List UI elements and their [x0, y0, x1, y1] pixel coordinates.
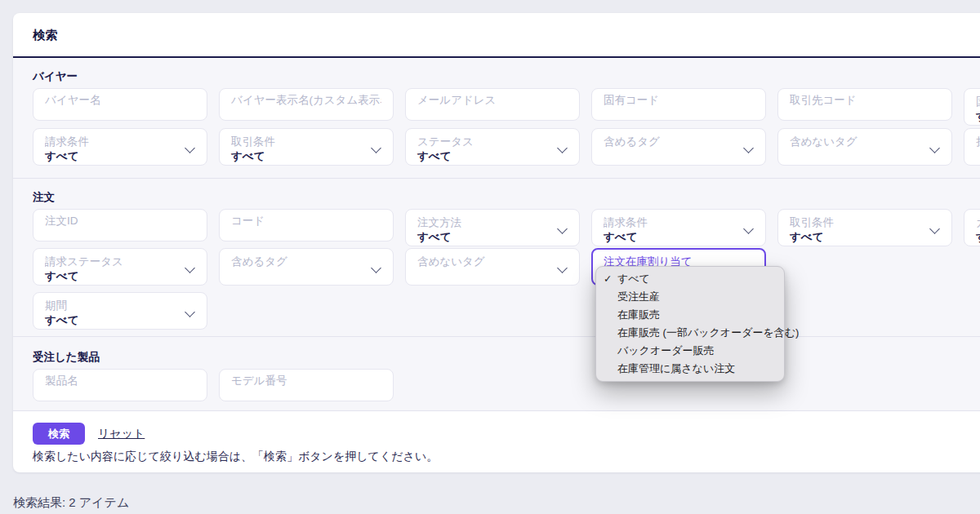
- dropdown-option-label: 在庫販売: [617, 308, 660, 321]
- field-label: ステータス: [417, 135, 568, 148]
- field-label: 請求条件: [45, 135, 195, 148]
- dropdown-option-label: すべて: [617, 273, 650, 285]
- search-button[interactable]: 検索: [33, 423, 85, 445]
- field-value: すべて: [976, 230, 980, 245]
- unique-code-input[interactable]: [591, 88, 766, 121]
- field-value: すべて: [976, 109, 980, 124]
- order-id-input[interactable]: [33, 209, 207, 241]
- stock-allocation-dropdown: ✓ すべて 受注生産 在庫販売 在庫販売 (一部バックオーダーを含む) バックオ…: [595, 266, 785, 382]
- section-divider: [13, 410, 980, 411]
- status-select[interactable]: ステータス すべて: [405, 128, 580, 166]
- search-help-text: 検索したい内容に応じて絞り込む場合は、「検索」ボタンを押してください。: [33, 450, 438, 464]
- product-name-input[interactable]: [33, 369, 207, 401]
- field-label: 含めるタグ: [604, 135, 754, 148]
- field-label: 請求条件: [604, 215, 754, 229]
- field-value: すべて: [417, 230, 568, 245]
- buyer-name-input[interactable]: [33, 88, 207, 121]
- dropdown-option-made-to-order[interactable]: 受注生産: [596, 288, 784, 306]
- products-section-heading: 受注した製品: [33, 350, 100, 365]
- field-label: 取引条件: [231, 135, 381, 148]
- field-label: 含めないタグ: [417, 255, 568, 268]
- client-code-input[interactable]: [777, 88, 952, 121]
- field-value: すべて: [45, 149, 195, 164]
- exclude-tags-select[interactable]: 含めないタグ: [777, 128, 952, 166]
- country-select[interactable]: 国 すべて: [964, 88, 980, 126]
- period-select[interactable]: 期間 すべて: [33, 292, 207, 330]
- buyer-row-2: 請求条件 すべて 取引条件 すべて ステータス すべて 含めるタグ 含めないタグ…: [33, 128, 980, 166]
- order-extra-select[interactable]: カ すべて: [964, 209, 980, 246]
- buyer-section-heading: バイヤー: [33, 69, 78, 84]
- order-include-tags-select[interactable]: 含めるタグ: [219, 248, 394, 286]
- panel-title: 検索: [33, 13, 58, 56]
- field-label: 取引条件: [790, 215, 940, 229]
- field-value: すべて: [417, 149, 568, 164]
- results-summary: 検索結果: 2 アイテム: [13, 495, 129, 511]
- buyer-row-1: 国 すべて: [33, 88, 980, 126]
- field-label: 担: [976, 135, 980, 148]
- field-label: カ: [976, 215, 980, 229]
- products-row: [33, 369, 394, 401]
- order-row-3: 期間 すべて: [33, 292, 207, 330]
- dropdown-option-stock-sale[interactable]: 在庫販売: [596, 306, 784, 324]
- order-trade-terms-select[interactable]: 取引条件 すべて: [777, 209, 952, 246]
- check-icon: ✓: [604, 270, 612, 288]
- buyer-display-name-input[interactable]: [219, 88, 394, 121]
- dropdown-option-label: バックオーダー販売: [617, 344, 715, 357]
- field-label: 含めるタグ: [231, 255, 381, 268]
- field-label: 注文方法: [417, 215, 568, 229]
- field-value: すべて: [45, 313, 195, 328]
- order-code-input[interactable]: [219, 209, 394, 241]
- field-value: すべて: [790, 230, 940, 245]
- field-label: 含めないタグ: [790, 135, 940, 148]
- trade-terms-select[interactable]: 取引条件 すべて: [219, 128, 394, 166]
- billing-status-select[interactable]: 請求ステータス すべて: [33, 248, 207, 286]
- dropdown-option-label: 受注生産: [617, 290, 660, 303]
- model-number-input[interactable]: [219, 369, 394, 401]
- billing-terms-select[interactable]: 請求条件 すべて: [33, 128, 207, 166]
- dropdown-option-label: 在庫管理に属さない注文: [617, 362, 735, 374]
- include-tags-select[interactable]: 含めるタグ: [591, 128, 766, 166]
- field-value: すべて: [604, 230, 754, 245]
- order-exclude-tags-select[interactable]: 含めないタグ: [405, 248, 580, 286]
- section-divider: [13, 336, 980, 337]
- section-divider: [13, 178, 980, 179]
- dropdown-option-backorder-sale[interactable]: バックオーダー販売: [596, 342, 784, 360]
- order-billing-terms-select[interactable]: 請求条件 すべて: [591, 209, 766, 246]
- field-value: すべて: [231, 149, 381, 164]
- order-row-1: 注文方法 すべて 請求条件 すべて 取引条件 すべて カ すべて: [33, 209, 980, 246]
- reset-link[interactable]: リセット: [98, 423, 145, 445]
- dropdown-option-non-inventory-order[interactable]: 在庫管理に属さない注文: [596, 360, 784, 378]
- field-label: 期間: [45, 299, 195, 312]
- field-label: 国: [976, 95, 980, 109]
- field-label: 請求ステータス: [45, 255, 195, 268]
- dropdown-option-stock-sale-partial-backorder[interactable]: 在庫販売 (一部バックオーダーを含む): [596, 324, 784, 342]
- dropdown-option-all[interactable]: ✓ すべて: [596, 270, 784, 288]
- search-panel-card: 検索 バイヤー 国 すべて 請求条件 すべて 取引条件 すべて ステータス す: [13, 13, 980, 472]
- assignee-select[interactable]: 担: [964, 128, 980, 166]
- field-value: すべて: [45, 269, 195, 284]
- email-input[interactable]: [405, 88, 580, 121]
- order-section-heading: 注文: [33, 190, 55, 205]
- dropdown-option-label: 在庫販売 (一部バックオーダーを含む): [617, 326, 799, 339]
- order-method-select[interactable]: 注文方法 すべて: [405, 209, 580, 246]
